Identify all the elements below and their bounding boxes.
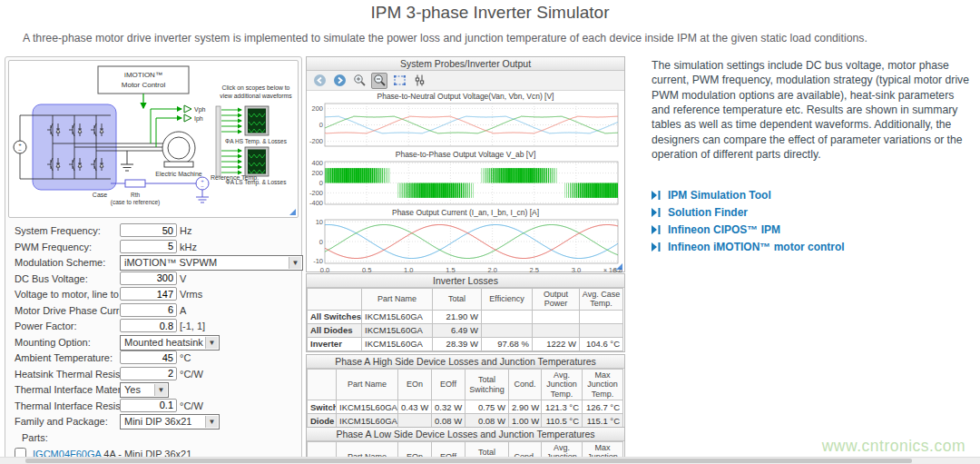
row-label: All Switches [308, 310, 362, 323]
motor-voltage-input[interactable] [120, 287, 177, 301]
link-list: IPM Simulation Tool Solution Finder Infi… [652, 186, 973, 255]
plot-phase-output-current[interactable]: 100-100.00.51.01.52.02.53.03.5× 1e-2 [307, 218, 622, 274]
forward-view-button[interactable] [331, 73, 348, 89]
modulation-scheme-select[interactable]: iMOTION™ SVPWM ▼ [120, 255, 303, 271]
family-package-select[interactable]: Mini DIP 36x21 ▼ [120, 414, 220, 429]
arrow-bar-icon [652, 208, 662, 217]
value-cell [398, 414, 432, 428]
field-label: PWM Frequency: [15, 242, 92, 252]
value-cell: 0.75 W [466, 400, 509, 414]
col-header: Avg. Case Temp. [580, 289, 623, 311]
cursors-button[interactable] [411, 73, 427, 89]
back-view-button[interactable] [311, 73, 328, 89]
col-header: Efficiency [482, 289, 533, 311]
link-solution-finder[interactable]: Solution Finder [652, 203, 973, 221]
svg-text:-200: -200 [309, 137, 323, 145]
row-label: Diode [308, 414, 337, 428]
iph-probe-icon [184, 114, 191, 122]
value-cell: 28.39 W [433, 337, 482, 350]
dc-bus-voltage-input[interactable] [120, 271, 177, 285]
system-frequency-input[interactable] [120, 223, 177, 237]
row-label: All Diodes [308, 323, 362, 337]
vph-label: Vph [194, 106, 206, 114]
rth-label: Rth [131, 192, 141, 198]
value-cell: 0.43 W [398, 400, 432, 414]
field-unit: kHz [180, 242, 197, 252]
scope-resize-grip[interactable] [616, 263, 622, 270]
table-row: All Diodes IKCM15L60GA 6.49 W [308, 323, 623, 337]
value-cell: 121.3 °C [542, 400, 583, 414]
value-cell: 1222 W [533, 337, 580, 350]
col-header [308, 370, 337, 400]
value-cell: 110.5 °C [542, 414, 583, 428]
fit-view-button[interactable] [391, 73, 407, 89]
ambient-temperature-input[interactable] [120, 350, 177, 364]
plot-phase-to-neutral-voltage[interactable]: 2000-200 [307, 102, 622, 149]
page-subtitle: A three-phase motor drive inverter syste… [23, 32, 930, 44]
mounting-option-select[interactable]: Mounted heatsink ▼ [120, 335, 220, 350]
value-cell: 6.49 W [433, 323, 482, 337]
form-row: Family and Package: Mini DIP 36x21 ▼ [5, 415, 301, 429]
chevron-down-icon: ▼ [154, 384, 167, 396]
chevron-down-icon: ▼ [205, 416, 218, 428]
arrow-bar-icon [652, 242, 662, 252]
scope-panel: System Probes/Inverter Output Phase-to-N… [306, 56, 625, 272]
field-label: DC Bus Voltage: [15, 273, 88, 284]
svg-text:-200: -200 [309, 189, 323, 197]
arrow-bar-icon [652, 191, 662, 200]
phase-current-input[interactable] [120, 303, 177, 317]
value-cell [580, 323, 623, 337]
value-cell: 0.08 W [432, 414, 466, 428]
plot-phase-to-phase-voltage[interactable]: 4002000-200-400 [307, 160, 622, 207]
circuit-diagram: iMOTION™ Motor Control + − [8, 60, 299, 218]
arrow-bar-icon [652, 225, 662, 234]
form-row: Ambient Temperature: °C [5, 351, 301, 366]
inverter-losses-title: Inverter Losses [307, 274, 624, 288]
fit-view-icon [393, 74, 407, 87]
scrollbar-thumb[interactable] [25, 459, 912, 463]
value-cell: 0.08 W [466, 414, 509, 428]
value-cell [482, 310, 533, 323]
electric-machine-icon [162, 132, 195, 164]
box-zoom-button[interactable] [371, 73, 387, 89]
hs-scope-thumbnail[interactable] [245, 106, 269, 135]
pwm-frequency-input[interactable] [120, 240, 177, 253]
phase-a-hs-table: Part Name EOn EOff Total Switching Cond.… [307, 369, 623, 428]
col-header: Output Power [533, 289, 580, 311]
field-label: Ambient Temperature: [15, 352, 113, 363]
svg-text:200: 200 [311, 169, 323, 177]
power-factor-input[interactable] [120, 319, 177, 332]
field-unit: Hz [180, 225, 191, 236]
heatsink-thermal-resistance-input[interactable] [120, 367, 177, 380]
description-sidebar: The simulation settings include DC bus v… [652, 58, 973, 255]
parts-label: Parts: [22, 432, 48, 443]
horizontal-scrollbar[interactable] [0, 457, 980, 464]
diagram-resize-grip[interactable] [289, 209, 296, 215]
vph-probe-icon [184, 105, 191, 113]
watermark: www.cntronics.com [822, 437, 965, 456]
plot-title-phase-to-neutral: Phase-to-Neutral Output Voltage(Van, Vbn… [307, 91, 624, 102]
zoom-in-button[interactable] [351, 73, 368, 89]
table-row: Switch IKCM15L60GA 0.43 W 0.32 W 0.75 W … [308, 400, 623, 414]
ls-scope-thumbnail[interactable] [245, 147, 269, 176]
col-header: EOff [432, 370, 466, 400]
field-unit: °C/W [180, 369, 203, 380]
value-cell: 0.32 W [432, 400, 466, 414]
thermal-interface-resistance-input[interactable] [120, 399, 177, 412]
link-infineon-cipos-ipm[interactable]: Infineon CIPOS™ IPM [652, 221, 973, 238]
link-ipm-simulation-tool[interactable]: IPM Simulation Tool [652, 186, 973, 203]
value-cell [533, 310, 580, 323]
table-row: Diode IKCM15L60GA 0.08 W 0.08 W 1.00 W 1… [308, 414, 623, 428]
form-row: PWM Frequency: kHz [5, 241, 301, 255]
field-unit: A [180, 305, 186, 316]
svg-text:−: − [201, 183, 204, 189]
form-row: Heatsink Thermal Resistance: °C/W [5, 368, 301, 382]
rth-sub-label: (case to reference) [111, 199, 161, 206]
motor-control-label-2: Motor Control [122, 81, 166, 89]
table-row: Inverter IKCM15L60GA 28.39 W 97.68 % 122… [308, 337, 623, 350]
link-infineon-imotion[interactable]: Infineon iMOTION™ motor control [652, 238, 973, 255]
svg-text:-10: -10 [313, 257, 323, 265]
field-unit: °C [180, 352, 191, 363]
col-header [308, 289, 362, 311]
thermal-interface-material-select[interactable]: Yes ▼ [120, 382, 169, 398]
